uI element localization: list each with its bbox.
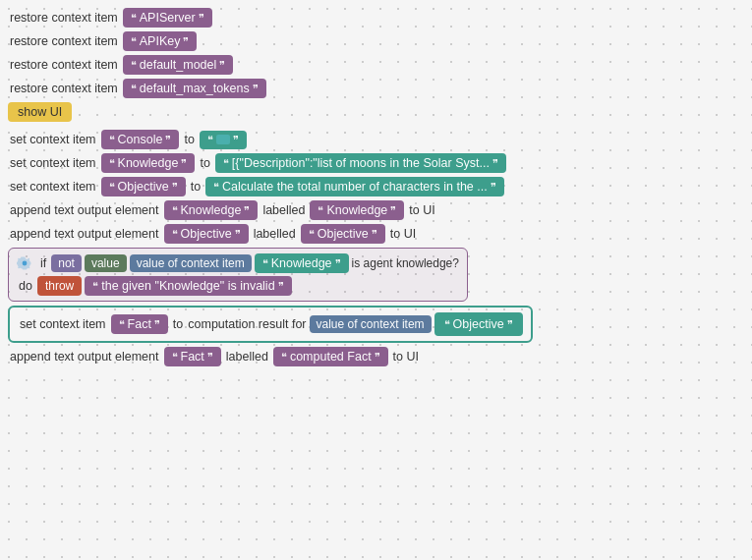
throw-value-pill[interactable]: ❝ the given "Knowledge" is invalid ❞	[85, 276, 291, 296]
show-ui-block[interactable]: show UI	[8, 102, 72, 122]
restore-label-3: restore context item	[8, 58, 120, 72]
append-fact-label: append text output element	[8, 350, 161, 364]
append-objective-key-pill[interactable]: ❝ Objective ❞	[164, 224, 249, 244]
gear-icon	[17, 255, 32, 271]
set-fact-label: set context item	[18, 317, 108, 331]
append-knowledge-row: append text output element ❝ Knowledge ❞…	[8, 200, 744, 220]
append-knowledge-label: append text output element	[8, 203, 161, 217]
append-objective-toui: to UI	[388, 227, 418, 241]
knowledge-key-pill[interactable]: ❝ Knowledge ❞	[101, 153, 196, 173]
append-knowledge-labelled: labelled	[260, 203, 307, 217]
apiserver-pill[interactable]: ❝ APIServer ❞	[123, 8, 212, 28]
append-fact-labelvalue-pill[interactable]: ❝ computed Fact ❞	[273, 347, 388, 366]
if-label: if	[38, 256, 48, 270]
if-knowledge-pill[interactable]: ❝ Knowledge ❞	[255, 253, 349, 273]
knowledge-value-pill[interactable]: ❝ [{"Description":"list of moons in the …	[215, 153, 506, 173]
fact-context-label-pill: value of context item	[310, 315, 432, 333]
context-label-pill: value of context item	[130, 254, 252, 272]
console-square-icon	[216, 135, 230, 144]
append-knowledge-toui: to UI	[407, 203, 436, 217]
computation-label: computation result for	[188, 317, 306, 331]
objective-value-pill[interactable]: ❝ Calculate the total number of characte…	[205, 177, 504, 196]
is-agent-text: is agent knowledge?	[352, 256, 459, 270]
append-knowledge-key-pill[interactable]: ❝ Knowledge ❞	[164, 200, 259, 220]
append-objective-row: append text output element ❝ Objective ❞…	[8, 224, 744, 244]
do-label: do	[17, 279, 34, 293]
restore-label-2: restore context item	[8, 34, 120, 48]
append-objective-labelvalue-pill[interactable]: ❝ Objective ❞	[301, 224, 385, 244]
set-knowledge-label: set context item	[8, 156, 98, 170]
do-row: do throw ❝ the given "Knowledge" is inva…	[17, 276, 459, 296]
restore-defaultmodel-row: restore context item ❝ default_model ❞	[8, 55, 744, 75]
restore-defaultmaxtokens-row: restore context item ❝ default_max_token…	[8, 79, 744, 98]
knowledge-to-label: to	[198, 156, 211, 170]
if-row: if not value value of context item ❝ Kno…	[17, 253, 459, 273]
append-knowledge-labelvalue-pill[interactable]: ❝ Knowledge ❞	[310, 200, 404, 220]
restore-label-1: restore context item	[8, 11, 120, 25]
if-block-container: if not value value of context item ❝ Kno…	[8, 248, 468, 302]
set-fact-container: set context item ❝ Fact ❞ to computation…	[8, 306, 533, 343]
append-objective-label: append text output element	[8, 227, 161, 241]
console-key-pill[interactable]: ❝ Console ❞	[101, 130, 180, 149]
set-console-row: set context item ❝ Console ❞ to ❝ ❞	[8, 130, 744, 149]
append-fact-labelled: labelled	[224, 350, 270, 364]
set-objective-row: set context item ❝ Objective ❞ to ❝ Calc…	[8, 177, 744, 196]
defaultmaxtokens-pill[interactable]: ❝ default_max_tokens ❞	[123, 79, 266, 98]
append-fact-row: append text output element ❝ Fact ❞ labe…	[8, 347, 744, 366]
set-console-label: set context item	[8, 133, 98, 146]
objective-context-pill[interactable]: ❝ Objective ❞	[434, 312, 523, 336]
not-pill[interactable]: not	[51, 254, 82, 272]
restore-label-4: restore context item	[8, 82, 120, 95]
value-pill[interactable]: value	[85, 254, 127, 272]
throw-pill[interactable]: throw	[37, 276, 82, 296]
set-objective-label: set context item	[8, 180, 98, 194]
append-fact-key-pill[interactable]: ❝ Fact ❞	[164, 347, 221, 366]
objective-to-label: to	[189, 180, 202, 194]
append-objective-labelled: labelled	[252, 227, 298, 241]
append-fact-toui: to UI	[391, 350, 421, 364]
fact-key-pill[interactable]: ❝ Fact ❞	[111, 314, 168, 334]
fact-to-label: to	[171, 317, 185, 331]
restore-apiserver-row: restore context item ❝ APIServer ❞	[8, 8, 744, 28]
restore-apikey-row: restore context item ❝ APIKey ❞	[8, 31, 744, 51]
console-value-pill[interactable]: ❝ ❞	[200, 131, 247, 149]
show-ui-row: show UI	[8, 102, 744, 126]
defaultmodel-pill[interactable]: ❝ default_model ❞	[123, 55, 234, 75]
set-knowledge-row: set context item ❝ Knowledge ❞ to ❝ [{"D…	[8, 153, 744, 173]
objective-key-pill[interactable]: ❝ Objective ❞	[101, 177, 186, 196]
apikey-pill[interactable]: ❝ APIKey ❞	[123, 31, 198, 51]
console-to-label: to	[182, 133, 196, 146]
